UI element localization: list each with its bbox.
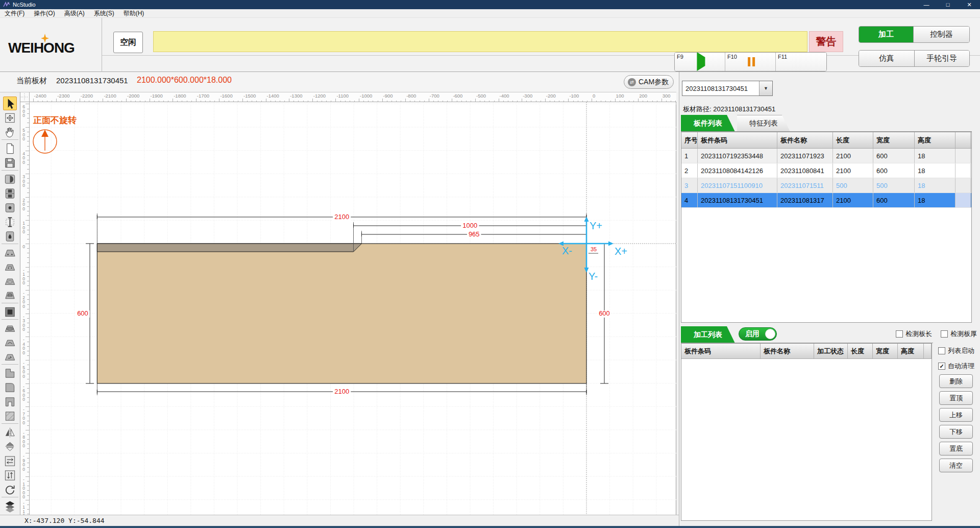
board-table-row-3[interactable]: 32023110715110091020231107151150050018: [681, 178, 971, 193]
tab-feature-list[interactable]: 特征列表: [737, 115, 790, 132]
board-table-row-1[interactable]: 120231107192353448202311071923210060018: [681, 149, 971, 163]
title-bar: NcStudio — □ ✕: [0, 0, 980, 9]
board-select-combo[interactable]: 20231108131730451 ▼: [682, 81, 773, 96]
machine-state-button[interactable]: 空闲: [113, 32, 143, 53]
board-table-header-5[interactable]: 宽度: [873, 132, 915, 148]
check-board-thickness-box[interactable]: [941, 330, 948, 338]
swap-horizontal-icon[interactable]: [3, 454, 17, 468]
cell: 3: [681, 178, 698, 193]
cell: 2100: [833, 163, 873, 178]
fkey-f10-button[interactable]: F10: [725, 53, 776, 71]
simulation-button[interactable]: 仿真: [859, 51, 914, 66]
tab-board-list[interactable]: 板件列表: [681, 115, 735, 132]
fkey-f9-button[interactable]: F9: [675, 53, 725, 71]
mill-slot-icon[interactable]: [3, 274, 17, 288]
svg-text:Y-: Y-: [589, 271, 598, 282]
mill-band-icon[interactable]: [3, 321, 17, 335]
hand-tool-icon[interactable]: [3, 125, 17, 139]
board-table-header-6[interactable]: 高度: [915, 132, 955, 148]
menu-item-系统(S)[interactable]: 系统(S): [89, 9, 119, 18]
origin-crosshair: [586, 102, 676, 515]
work-table-header-5[interactable]: 宽度: [873, 344, 898, 358]
toolbar-separator: [2, 170, 18, 171]
check-board-length[interactable]: 检测板长: [896, 329, 932, 339]
check-list-start[interactable]: 列表启动: [938, 346, 974, 355]
move-down-button[interactable]: 下移: [939, 425, 973, 439]
board-table-header-3[interactable]: 板件名称: [777, 132, 833, 148]
delete-button[interactable]: 删除: [939, 374, 973, 388]
drawing-canvas[interactable]: 21001000965210060060035Y+X-X+Y-正面不旋转: [30, 102, 676, 515]
corner-step-icon[interactable]: [3, 366, 17, 380]
board-table-header-2[interactable]: 板件条码: [698, 132, 777, 148]
close-button[interactable]: ✕: [959, 0, 980, 9]
clear-button[interactable]: 清空: [939, 459, 973, 472]
mill-dots-icon[interactable]: [3, 260, 17, 274]
corner-round-icon[interactable]: [3, 380, 17, 394]
board-table-row-2[interactable]: 220231108084142126202311080841210060018: [681, 163, 971, 178]
check-board-thickness-label: 检测板厚: [950, 329, 977, 339]
flip-horizontal-icon[interactable]: [3, 425, 17, 439]
board-table-header-1[interactable]: 序号: [681, 132, 698, 148]
board-table-header-7[interactable]: [955, 132, 971, 148]
swap-vertical-icon[interactable]: [3, 468, 17, 482]
mill-wide-icon[interactable]: [3, 246, 17, 259]
check-auto-clean[interactable]: ✓自动清理: [938, 362, 974, 371]
work-table-header-1[interactable]: 板件条码: [681, 344, 761, 358]
board-clip-icon[interactable]: [3, 172, 17, 186]
menu-item-操作(O)[interactable]: 操作(O): [29, 9, 59, 18]
board-table-row-4[interactable]: 420231108131730451202311081317210060018: [681, 193, 971, 208]
work-table-header-2[interactable]: 板件名称: [761, 344, 814, 358]
checkbox[interactable]: ✓: [938, 363, 945, 370]
chevron-down-icon[interactable]: ▼: [759, 81, 772, 95]
layers-icon[interactable]: [3, 499, 17, 513]
save-icon[interactable]: [3, 156, 17, 170]
tab-machining[interactable]: 加工: [859, 27, 913, 42]
menu-item-高级(A)[interactable]: 高级(A): [60, 9, 89, 18]
work-table-header-3[interactable]: 加工状态: [814, 344, 848, 358]
move-top-button[interactable]: 置顶: [939, 391, 973, 405]
rotate-icon[interactable]: [3, 483, 17, 496]
fkey-f11-button[interactable]: F11: [776, 53, 826, 71]
cam-params-button[interactable]: ⇄ CAM参数: [624, 75, 674, 89]
minimize-button[interactable]: —: [916, 0, 937, 9]
board-shape[interactable]: [97, 244, 586, 383]
tab-work-list[interactable]: 加工列表: [681, 326, 735, 343]
cam-params-label: CAM参数: [639, 78, 669, 87]
tab-controller[interactable]: 控制器: [913, 27, 969, 42]
square-fill-icon[interactable]: [3, 305, 17, 319]
slot-bottom-icon[interactable]: [3, 395, 17, 409]
enable-toggle-label: 启用: [745, 329, 760, 339]
mill-open-icon[interactable]: [3, 350, 17, 364]
pointer-icon[interactable]: [3, 97, 17, 110]
menu-item-帮助(H)[interactable]: 帮助(H): [119, 9, 149, 18]
svg-text:2100: 2100: [334, 388, 349, 395]
work-table-header-6[interactable]: 高度: [898, 344, 924, 358]
checkbox-label: 自动清理: [948, 362, 974, 371]
maximize-button[interactable]: □: [937, 0, 959, 9]
board-drop-icon[interactable]: [3, 229, 17, 243]
checkbox[interactable]: [938, 347, 945, 354]
enable-toggle-knob: [765, 329, 775, 339]
warning-badge[interactable]: 警告: [809, 31, 843, 52]
check-board-length-box[interactable]: [896, 330, 903, 338]
alert-message-bar: [153, 31, 807, 52]
board-pin-icon[interactable]: [3, 201, 17, 214]
mill-arc-icon[interactable]: [3, 335, 17, 349]
corner-hatch-icon[interactable]: [3, 409, 17, 423]
edge-band-shape[interactable]: [97, 244, 361, 252]
mill-poly-icon[interactable]: [3, 289, 17, 302]
board-table-header-4[interactable]: 长度: [833, 132, 873, 148]
move-bottom-button[interactable]: 置底: [939, 442, 973, 455]
handwheel-guide-button[interactable]: 手轮引导: [914, 51, 970, 66]
enable-toggle[interactable]: 启用: [739, 327, 777, 341]
new-file-icon[interactable]: [3, 141, 17, 155]
work-table-header-4[interactable]: 长度: [848, 344, 873, 358]
text-cursor-icon[interactable]: [3, 215, 17, 229]
work-table-header-7[interactable]: [924, 344, 932, 358]
move-tool-icon[interactable]: [3, 111, 17, 125]
menu-item-文件(F)[interactable]: 文件(F): [0, 9, 29, 18]
check-board-thickness[interactable]: 检测板厚: [941, 329, 977, 339]
move-up-button[interactable]: 上移: [939, 408, 973, 422]
board-split-icon[interactable]: [3, 186, 17, 200]
flip-vertical-icon[interactable]: [3, 440, 17, 453]
